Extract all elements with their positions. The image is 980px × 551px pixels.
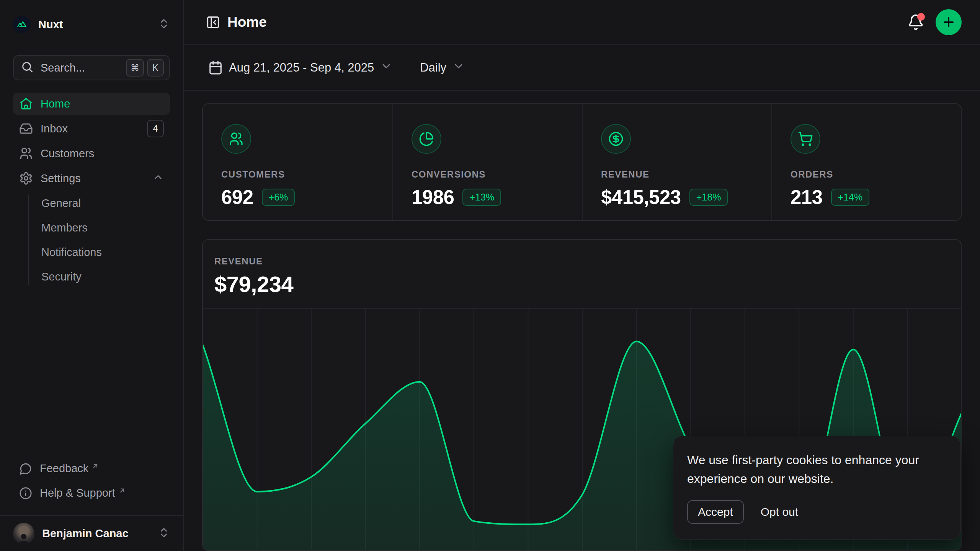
- accept-cookies-button[interactable]: Accept: [687, 500, 744, 524]
- collapse-sidebar-button[interactable]: [202, 11, 224, 33]
- gear-icon: [19, 171, 33, 185]
- sidebar-item-label: Customers: [41, 147, 164, 160]
- chevrons-up-down-icon: [158, 527, 170, 540]
- notification-dot: [917, 13, 925, 21]
- kbd-k: K: [147, 59, 164, 77]
- sidebar-item-inbox[interactable]: Inbox 4: [13, 117, 170, 140]
- settings-subnav: General Members Notifications Security: [13, 192, 170, 288]
- opt-out-button[interactable]: Opt out: [761, 505, 798, 518]
- calendar-icon: [208, 60, 223, 75]
- stat-value: 692: [221, 186, 253, 209]
- sidebar-footer-nav: Feedback Help & Support: [13, 458, 170, 515]
- workspace-name: Nuxt: [38, 18, 158, 31]
- filter-toolbar: Aug 21, 2025 - Sep 4, 2025 Daily: [184, 45, 980, 91]
- sidebar-spacer: [13, 290, 170, 458]
- kbd-cmd: ⌘: [126, 59, 144, 77]
- shopping-cart-icon: [791, 124, 820, 154]
- sidebar-item-members[interactable]: Members: [41, 217, 170, 239]
- search-input[interactable]: Search... ⌘ K: [13, 55, 170, 80]
- cookie-message: We use first-party cookies to enhance yo…: [687, 451, 932, 489]
- users-icon: [221, 124, 251, 154]
- sidebar-item-general[interactable]: General: [41, 192, 170, 214]
- main-panel: Home Aug 21, 2025 - Sep 4, 2025 Daily: [184, 0, 980, 551]
- stat-delta-badge: +13%: [462, 189, 501, 206]
- page-header: Home: [184, 0, 980, 45]
- stat-label: ORDERS: [791, 169, 942, 180]
- sidebar-item-notifications[interactable]: Notifications: [41, 241, 170, 263]
- sidebar-subitem-label: Security: [41, 271, 82, 283]
- info-circle-icon: [19, 487, 32, 500]
- pie-chart-icon: [412, 124, 441, 154]
- stat-delta-badge: +18%: [689, 189, 728, 206]
- stat-card-customers[interactable]: CUSTOMERS 692 +6%: [203, 104, 392, 220]
- chevron-up-icon: [152, 171, 164, 186]
- users-icon: [19, 147, 33, 160]
- stat-card-revenue[interactable]: REVENUE $415,523 +18%: [582, 104, 771, 220]
- stat-value: 213: [791, 186, 823, 209]
- stats-row: CUSTOMERS 692 +6% CONVERSIONS 1986 +13%: [202, 103, 962, 221]
- chevrons-up-down-icon: [158, 18, 170, 31]
- user-menu[interactable]: Benjamin Canac: [13, 521, 170, 546]
- stat-card-conversions[interactable]: CONVERSIONS 1986 +13%: [392, 104, 582, 220]
- app-window: Nuxt Search... ⌘ K Home: [0, 0, 980, 551]
- cookie-actions: Accept Opt out: [687, 500, 947, 524]
- sidebar-subitem-label: Members: [41, 222, 88, 234]
- avatar: [13, 523, 34, 544]
- sidebar-item-security[interactable]: Security: [41, 266, 170, 288]
- chart-title: REVENUE: [214, 256, 949, 267]
- stat-label: CONVERSIONS: [412, 169, 564, 180]
- dollar-circle-icon: [601, 124, 631, 154]
- stat-value: $415,523: [601, 186, 681, 209]
- sidebar-nav: Home Inbox 4 Customers Settings: [13, 93, 170, 290]
- period-value: Daily: [420, 61, 446, 75]
- stat-label: CUSTOMERS: [221, 169, 374, 180]
- date-range-picker[interactable]: Aug 21, 2025 - Sep 4, 2025: [208, 60, 392, 75]
- page-title: Home: [227, 14, 905, 30]
- search-placeholder: Search...: [41, 62, 123, 74]
- sidebar-item-label: Feedback: [40, 462, 88, 475]
- home-icon: [19, 97, 33, 111]
- sidebar: Nuxt Search... ⌘ K Home: [0, 0, 184, 551]
- cookie-consent-banner: We use first-party cookies to enhance yo…: [673, 436, 961, 540]
- revenue-chart-header: REVENUE $79,234: [203, 240, 961, 308]
- stat-label: REVENUE: [601, 169, 753, 180]
- chat-bubble-icon: [19, 462, 32, 475]
- sidebar-user-section: Benjamin Canac: [0, 515, 183, 551]
- inbox-icon: [19, 122, 33, 135]
- stat-delta-badge: +6%: [262, 189, 295, 206]
- sidebar-subitem-label: Notifications: [41, 246, 102, 259]
- sidebar-item-customers[interactable]: Customers: [13, 142, 170, 165]
- stat-value: 1986: [412, 186, 454, 209]
- chevron-down-icon: [452, 60, 465, 75]
- sidebar-item-label: Home: [41, 98, 164, 110]
- sidebar-item-help-support[interactable]: Help & Support: [13, 483, 170, 505]
- workspace-switcher[interactable]: Nuxt: [13, 15, 170, 34]
- sidebar-item-feedback[interactable]: Feedback: [13, 458, 170, 481]
- external-link-icon: [118, 484, 126, 497]
- chevron-down-icon: [380, 60, 392, 75]
- user-name: Benjamin Canac: [42, 527, 158, 540]
- sidebar-subitem-label: General: [41, 197, 81, 210]
- external-link-icon: [91, 460, 99, 473]
- sidebar-item-settings[interactable]: Settings: [13, 167, 170, 189]
- sidebar-item-label: Help & Support: [40, 487, 115, 499]
- sidebar-item-label: Settings: [41, 172, 152, 185]
- add-button[interactable]: [936, 9, 962, 35]
- inbox-count-badge: 4: [147, 120, 164, 137]
- date-range-value: Aug 21, 2025 - Sep 4, 2025: [229, 61, 374, 75]
- chart-total-value: $79,234: [214, 271, 949, 297]
- nuxt-logo-icon: [13, 16, 31, 33]
- notifications-button[interactable]: [905, 11, 926, 33]
- stat-delta-badge: +14%: [831, 189, 870, 206]
- period-select[interactable]: Daily: [420, 60, 465, 75]
- sidebar-item-home[interactable]: Home: [13, 93, 170, 115]
- search-icon: [21, 60, 34, 75]
- sidebar-item-label: Inbox: [41, 122, 147, 135]
- stat-card-orders[interactable]: ORDERS 213 +14%: [771, 104, 961, 220]
